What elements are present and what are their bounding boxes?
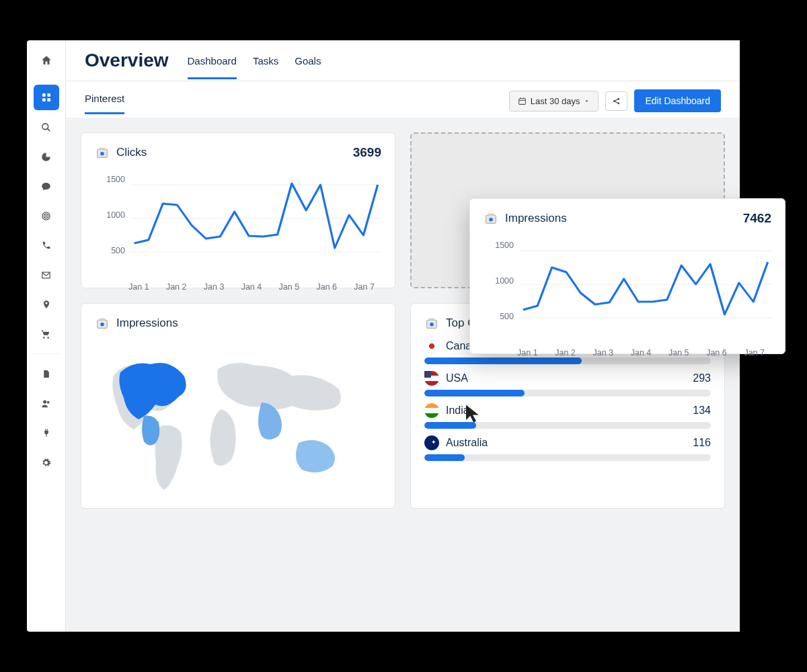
edit-dashboard-button[interactable]: Edit Dashboard — [634, 89, 721, 112]
tab-tasks[interactable]: Tasks — [253, 55, 278, 79]
nav-plug-icon[interactable] — [34, 420, 59, 446]
svg-line-18 — [615, 99, 618, 100]
flag-icon — [424, 371, 439, 386]
svg-line-5 — [47, 128, 50, 131]
country-name: Australia — [446, 437, 488, 449]
nav-location-icon[interactable] — [34, 292, 59, 317]
nav-search-icon[interactable] — [34, 114, 59, 140]
nav-gear-icon[interactable] — [34, 450, 59, 475]
svg-rect-30 — [428, 319, 434, 321]
x-axis-labels: Jan 1Jan 2Jan 3Jan 4Jan 5Jan 6Jan 7 — [95, 278, 381, 292]
svg-point-4 — [42, 123, 48, 129]
card-clicks-value: 3699 — [353, 145, 381, 160]
flag-icon — [424, 403, 439, 418]
nav-users-icon[interactable] — [34, 390, 59, 416]
nav-phone-icon[interactable] — [34, 233, 59, 258]
widget-icon — [484, 211, 498, 226]
tab-goals[interactable]: Goals — [295, 55, 321, 79]
nav-dashboard-icon[interactable] — [34, 85, 59, 110]
topbar: Overview Dashboard Tasks Goals — [66, 40, 740, 81]
date-filter-label: Last 30 days — [531, 96, 580, 106]
widget-icon — [95, 145, 110, 160]
country-name: USA — [446, 372, 468, 384]
svg-point-9 — [43, 400, 46, 403]
country-value: 293 — [693, 372, 711, 384]
svg-point-8 — [46, 215, 46, 216]
widget-icon — [95, 316, 110, 331]
date-filter-button[interactable]: Last 30 days — [509, 91, 599, 112]
subbar: Pinterest Last 30 days Edit Dashboard — [66, 81, 740, 118]
nav-file-icon[interactable] — [34, 361, 59, 386]
main-tabs: Dashboard Tasks Goals — [188, 50, 321, 79]
card-impressions-dragging[interactable]: Impressions 7462 15001000500 Jan 1Jan 2J… — [469, 198, 785, 354]
calendar-icon — [518, 97, 527, 106]
country-row: Australia 116 — [424, 435, 711, 461]
country-row: USA 293 — [424, 371, 711, 396]
app-window: Overview Dashboard Tasks Goals Pinterest… — [27, 40, 740, 632]
nav-chat-icon[interactable] — [34, 173, 59, 199]
content: Clicks 3699 15001000500 Jan 1Jan 2Jan 3J… — [66, 118, 740, 632]
svg-rect-11 — [518, 98, 525, 104]
clicks-chart: 15001000500 Jan 1Jan 2Jan 3Jan 4Jan 5Jan… — [95, 168, 381, 276]
main-area: Overview Dashboard Tasks Goals Pinterest… — [66, 40, 740, 632]
share-icon — [612, 97, 621, 106]
subtab-pinterest[interactable]: Pinterest — [85, 93, 124, 114]
card-clicks-title: Clicks — [116, 146, 147, 159]
sidebar — [27, 40, 66, 632]
flag-icon — [424, 339, 439, 353]
nav-cart-icon[interactable] — [34, 321, 59, 347]
sidebar-divider — [33, 353, 60, 354]
card-clicks: Clicks 3699 15001000500 Jan 1Jan 2Jan 3J… — [81, 132, 395, 288]
widget-icon — [424, 316, 439, 331]
country-bar — [424, 454, 711, 461]
svg-line-19 — [615, 101, 618, 103]
svg-rect-33 — [488, 214, 494, 216]
svg-point-10 — [47, 401, 50, 403]
svg-point-34 — [489, 218, 493, 222]
flag-icon — [424, 435, 439, 450]
svg-point-22 — [100, 152, 104, 156]
card-map-title: Impressions — [116, 317, 178, 330]
country-value: 116 — [693, 437, 711, 449]
tab-dashboard[interactable]: Dashboard — [188, 55, 237, 79]
svg-rect-21 — [99, 148, 105, 151]
y-axis-labels: 15001000500 — [484, 241, 514, 321]
country-value: 134 — [693, 405, 711, 417]
svg-rect-1 — [47, 93, 50, 97]
country-bar — [424, 390, 711, 396]
nav-target-icon[interactable] — [34, 203, 59, 228]
svg-rect-27 — [99, 319, 105, 321]
card-impressions-value: 7462 — [743, 211, 771, 226]
drag-cursor-icon — [463, 403, 483, 423]
chevron-down-icon — [584, 98, 590, 104]
y-axis-labels: 15001000500 — [95, 175, 125, 255]
svg-rect-3 — [47, 98, 50, 101]
nav-pie-icon[interactable] — [34, 144, 59, 169]
x-axis-labels: Jan 1Jan 2Jan 3Jan 4Jan 5Jan 6Jan 7 — [484, 344, 771, 358]
country-bar — [424, 358, 711, 364]
share-button[interactable] — [605, 91, 627, 111]
impressions-chart: 15001000500 Jan 1Jan 2Jan 3Jan 4Jan 5Jan… — [484, 234, 771, 341]
home-icon[interactable] — [38, 52, 54, 69]
nav-mail-icon[interactable] — [34, 262, 59, 288]
svg-point-28 — [100, 323, 104, 327]
card-map: Impressions — [81, 303, 395, 509]
svg-point-31 — [430, 323, 434, 327]
card-impressions-title: Impressions — [505, 212, 567, 225]
page-title: Overview — [85, 50, 169, 81]
world-map — [95, 339, 381, 493]
svg-rect-2 — [42, 98, 46, 101]
svg-rect-0 — [42, 93, 46, 97]
